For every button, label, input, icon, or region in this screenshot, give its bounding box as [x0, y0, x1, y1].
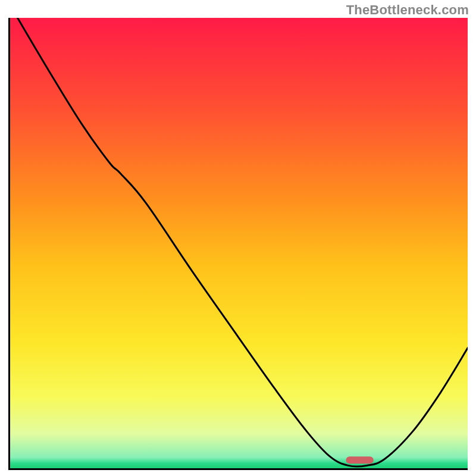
watermark-text: TheBottleneck.com — [346, 2, 469, 18]
plot-background — [8, 18, 468, 470]
bottleneck-chart — [8, 18, 468, 470]
optimum-marker — [346, 456, 373, 464]
